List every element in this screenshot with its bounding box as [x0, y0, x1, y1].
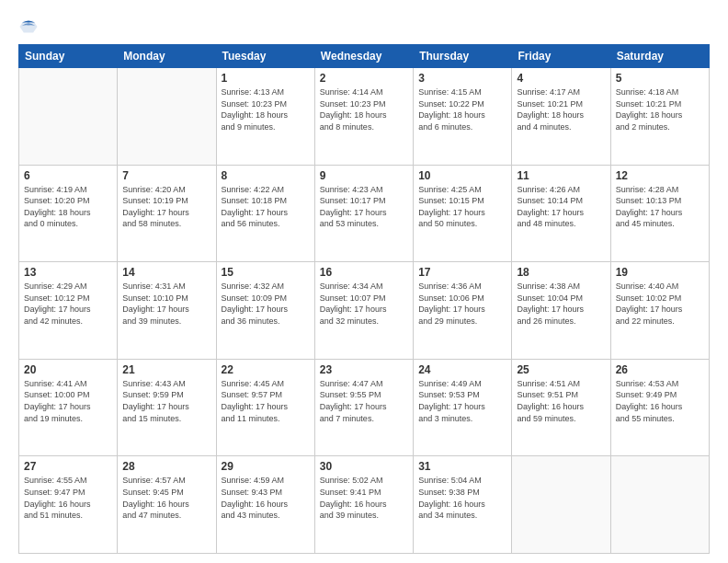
calendar-week-2: 6Sunrise: 4:19 AM Sunset: 10:20 PM Dayli… — [19, 165, 710, 262]
day-info: Sunrise: 4:49 AM Sunset: 9:53 PM Dayligh… — [418, 378, 506, 424]
calendar-week-5: 27Sunrise: 4:55 AM Sunset: 9:47 PM Dayli… — [19, 456, 710, 554]
day-info: Sunrise: 4:23 AM Sunset: 10:17 PM Daylig… — [320, 184, 408, 230]
calendar-cell: 19Sunrise: 4:40 AM Sunset: 10:02 PM Dayl… — [610, 262, 709, 360]
day-info: Sunrise: 4:51 AM Sunset: 9:51 PM Dayligh… — [517, 378, 605, 424]
calendar-cell: 27Sunrise: 4:55 AM Sunset: 9:47 PM Dayli… — [19, 456, 118, 554]
day-info: Sunrise: 4:36 AM Sunset: 10:06 PM Daylig… — [418, 281, 506, 327]
calendar-cell: 29Sunrise: 4:59 AM Sunset: 9:43 PM Dayli… — [216, 456, 314, 554]
day-number: 15 — [222, 266, 310, 279]
calendar-cell: 26Sunrise: 4:53 AM Sunset: 9:49 PM Dayli… — [610, 359, 709, 456]
day-number: 26 — [616, 363, 704, 376]
day-info: Sunrise: 4:45 AM Sunset: 9:57 PM Dayligh… — [222, 378, 310, 424]
calendar-cell: 5Sunrise: 4:18 AM Sunset: 10:21 PM Dayli… — [610, 68, 709, 166]
day-info: Sunrise: 4:14 AM Sunset: 10:23 PM Daylig… — [320, 86, 408, 132]
day-number: 3 — [418, 72, 506, 85]
day-number: 25 — [517, 363, 605, 376]
day-info: Sunrise: 4:31 AM Sunset: 10:10 PM Daylig… — [122, 281, 210, 327]
calendar-week-4: 20Sunrise: 4:41 AM Sunset: 10:00 PM Dayl… — [19, 359, 710, 456]
calendar-cell: 9Sunrise: 4:23 AM Sunset: 10:17 PM Dayli… — [314, 165, 413, 262]
calendar-cell: 30Sunrise: 5:02 AM Sunset: 9:41 PM Dayli… — [314, 456, 413, 554]
calendar-cell — [512, 456, 610, 554]
day-number: 6 — [24, 169, 112, 182]
day-info: Sunrise: 4:18 AM Sunset: 10:21 PM Daylig… — [616, 86, 704, 132]
calendar-cell: 6Sunrise: 4:19 AM Sunset: 10:20 PM Dayli… — [19, 165, 118, 262]
calendar-table: SundayMondayTuesdayWednesdayThursdayFrid… — [18, 44, 710, 554]
day-number: 7 — [122, 169, 210, 182]
day-info: Sunrise: 4:19 AM Sunset: 10:20 PM Daylig… — [24, 184, 112, 230]
day-number: 16 — [320, 266, 408, 279]
day-info: Sunrise: 4:55 AM Sunset: 9:47 PM Dayligh… — [24, 475, 112, 521]
day-info: Sunrise: 4:26 AM Sunset: 10:14 PM Daylig… — [517, 184, 605, 230]
calendar-cell: 3Sunrise: 4:15 AM Sunset: 10:22 PM Dayli… — [414, 68, 512, 166]
calendar-cell: 23Sunrise: 4:47 AM Sunset: 9:55 PM Dayli… — [314, 359, 413, 456]
calendar-cell: 16Sunrise: 4:34 AM Sunset: 10:07 PM Dayl… — [314, 262, 413, 360]
day-info: Sunrise: 4:32 AM Sunset: 10:09 PM Daylig… — [222, 281, 310, 327]
day-number: 10 — [418, 169, 506, 182]
day-info: Sunrise: 4:43 AM Sunset: 9:59 PM Dayligh… — [122, 378, 210, 424]
calendar-cell: 17Sunrise: 4:36 AM Sunset: 10:06 PM Dayl… — [414, 262, 512, 360]
logo — [18, 17, 42, 37]
day-info: Sunrise: 4:34 AM Sunset: 10:07 PM Daylig… — [320, 281, 408, 327]
day-info: Sunrise: 4:25 AM Sunset: 10:15 PM Daylig… — [418, 184, 506, 230]
calendar-week-1: 1Sunrise: 4:13 AM Sunset: 10:23 PM Dayli… — [19, 68, 710, 166]
day-number: 4 — [517, 72, 605, 85]
weekday-header-wednesday: Wednesday — [314, 45, 413, 68]
weekday-header-thursday: Thursday — [414, 45, 512, 68]
day-number: 14 — [122, 266, 210, 279]
calendar-cell: 20Sunrise: 4:41 AM Sunset: 10:00 PM Dayl… — [19, 359, 118, 456]
calendar-cell: 8Sunrise: 4:22 AM Sunset: 10:18 PM Dayli… — [216, 165, 314, 262]
calendar-cell: 1Sunrise: 4:13 AM Sunset: 10:23 PM Dayli… — [216, 68, 314, 166]
weekday-header-row: SundayMondayTuesdayWednesdayThursdayFrid… — [19, 45, 710, 68]
day-number: 18 — [517, 266, 605, 279]
day-number: 17 — [418, 266, 506, 279]
day-number: 28 — [122, 460, 210, 473]
day-number: 30 — [320, 460, 408, 473]
day-number: 19 — [616, 266, 704, 279]
calendar-cell: 15Sunrise: 4:32 AM Sunset: 10:09 PM Dayl… — [216, 262, 314, 360]
calendar-cell: 24Sunrise: 4:49 AM Sunset: 9:53 PM Dayli… — [414, 359, 512, 456]
day-number: 24 — [418, 363, 506, 376]
day-info: Sunrise: 4:38 AM Sunset: 10:04 PM Daylig… — [517, 281, 605, 327]
day-number: 20 — [24, 363, 112, 376]
calendar-cell: 4Sunrise: 4:17 AM Sunset: 10:21 PM Dayli… — [512, 68, 610, 166]
day-info: Sunrise: 5:04 AM Sunset: 9:38 PM Dayligh… — [418, 475, 506, 521]
calendar-week-3: 13Sunrise: 4:29 AM Sunset: 10:12 PM Dayl… — [19, 262, 710, 360]
day-info: Sunrise: 4:41 AM Sunset: 10:00 PM Daylig… — [24, 378, 112, 424]
day-info: Sunrise: 4:47 AM Sunset: 9:55 PM Dayligh… — [320, 378, 408, 424]
calendar-cell — [19, 68, 118, 166]
day-info: Sunrise: 4:28 AM Sunset: 10:13 PM Daylig… — [616, 184, 704, 230]
weekday-header-saturday: Saturday — [610, 45, 709, 68]
day-number: 2 — [320, 72, 408, 85]
calendar-cell: 7Sunrise: 4:20 AM Sunset: 10:19 PM Dayli… — [118, 165, 216, 262]
calendar-cell: 13Sunrise: 4:29 AM Sunset: 10:12 PM Dayl… — [19, 262, 118, 360]
logo-icon — [18, 17, 39, 37]
day-number: 29 — [222, 460, 310, 473]
page-header — [18, 17, 710, 37]
day-info: Sunrise: 4:40 AM Sunset: 10:02 PM Daylig… — [616, 281, 704, 327]
calendar-cell: 18Sunrise: 4:38 AM Sunset: 10:04 PM Dayl… — [512, 262, 610, 360]
day-info: Sunrise: 4:29 AM Sunset: 10:12 PM Daylig… — [24, 281, 112, 327]
day-number: 21 — [122, 363, 210, 376]
calendar-cell: 28Sunrise: 4:57 AM Sunset: 9:45 PM Dayli… — [118, 456, 216, 554]
weekday-header-sunday: Sunday — [19, 45, 118, 68]
calendar-cell: 25Sunrise: 4:51 AM Sunset: 9:51 PM Dayli… — [512, 359, 610, 456]
day-number: 31 — [418, 460, 506, 473]
day-number: 8 — [222, 169, 310, 182]
calendar-cell — [118, 68, 216, 166]
day-info: Sunrise: 4:13 AM Sunset: 10:23 PM Daylig… — [222, 86, 310, 132]
day-number: 5 — [616, 72, 704, 85]
calendar-cell: 2Sunrise: 4:14 AM Sunset: 10:23 PM Dayli… — [314, 68, 413, 166]
calendar-cell: 21Sunrise: 4:43 AM Sunset: 9:59 PM Dayli… — [118, 359, 216, 456]
day-info: Sunrise: 4:22 AM Sunset: 10:18 PM Daylig… — [222, 184, 310, 230]
weekday-header-tuesday: Tuesday — [216, 45, 314, 68]
day-info: Sunrise: 4:15 AM Sunset: 10:22 PM Daylig… — [418, 86, 506, 132]
day-info: Sunrise: 4:20 AM Sunset: 10:19 PM Daylig… — [122, 184, 210, 230]
day-number: 12 — [616, 169, 704, 182]
weekday-header-monday: Monday — [118, 45, 216, 68]
weekday-header-friday: Friday — [512, 45, 610, 68]
calendar-cell: 14Sunrise: 4:31 AM Sunset: 10:10 PM Dayl… — [118, 262, 216, 360]
calendar-cell: 22Sunrise: 4:45 AM Sunset: 9:57 PM Dayli… — [216, 359, 314, 456]
calendar-cell: 11Sunrise: 4:26 AM Sunset: 10:14 PM Dayl… — [512, 165, 610, 262]
calendar-cell — [610, 456, 709, 554]
day-number: 11 — [517, 169, 605, 182]
